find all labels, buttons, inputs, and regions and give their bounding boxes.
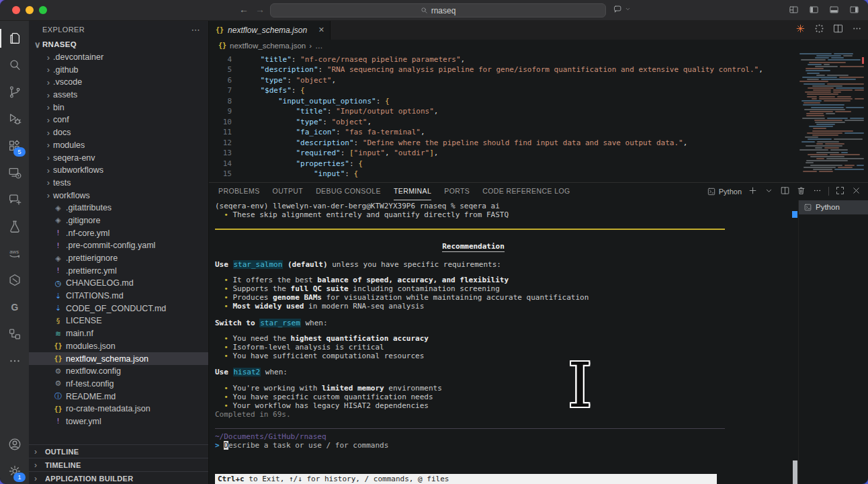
activity-accounts-icon[interactable] <box>0 431 29 458</box>
folder-row[interactable]: ›modules <box>29 139 208 152</box>
folder-row[interactable]: ›assets <box>29 89 208 102</box>
activity-project-manager-icon[interactable] <box>0 321 29 348</box>
terminal-list-item-python[interactable]: Python <box>799 200 868 214</box>
panel-tab-code-reference-log[interactable]: CODE REFERENCE LOG <box>482 182 570 200</box>
sidebar-section-application-builder[interactable]: ›APPLICATION BUILDER <box>29 471 208 484</box>
activity-live-share-icon[interactable] <box>0 186 29 213</box>
panel-tab-output[interactable]: OUTPUT <box>273 182 304 200</box>
code-editor[interactable]: 4"title": "nf-core/rnaseq pipeline param… <box>209 52 868 182</box>
activity-source-control-icon[interactable] <box>0 79 29 106</box>
terminal-line: • Supports the full QC suite including c… <box>215 284 792 293</box>
file-row[interactable]: !.prettierrc.yml <box>29 264 208 277</box>
split-editor-icon[interactable] <box>832 23 844 37</box>
line-number: 15 <box>209 169 243 179</box>
extension-dots-icon[interactable] <box>814 23 825 37</box>
file-row[interactable]: §LICENSE <box>29 315 208 327</box>
shell-selector[interactable]: Python <box>707 187 742 196</box>
activity-run-debug-icon[interactable] <box>0 106 29 132</box>
activity-extensions-icon[interactable]: 5 <box>0 132 29 159</box>
activity-testing-icon[interactable] <box>0 213 29 240</box>
tab-nextflow-schema[interactable]: {} nextflow_schema.json ✕ <box>209 21 331 40</box>
file-row[interactable]: ⇣CODE_OF_CONDUCT.md <box>29 302 208 315</box>
activity-settings-icon[interactable]: 1 <box>0 458 29 484</box>
folder-row[interactable]: ›docs <box>29 126 208 139</box>
activity-remote-explorer-icon[interactable] <box>0 159 29 186</box>
file-row[interactable]: !.nf-core.yml <box>29 227 208 239</box>
folder-row[interactable]: ›.github <box>29 63 208 76</box>
more-actions-icon[interactable] <box>812 186 822 197</box>
folder-row[interactable]: ›bin <box>29 101 208 114</box>
close-window-button[interactable] <box>12 6 20 14</box>
layout-panel-icon[interactable] <box>828 5 840 17</box>
breadcrumb[interactable]: {} nextflow_schema.json › … <box>209 40 868 52</box>
tree-root[interactable]: ∨RNASEQ <box>29 38 208 51</box>
activity-gitlens-icon[interactable]: G <box>0 294 29 321</box>
file-row[interactable]: ◈.gitattributes <box>29 202 208 214</box>
file-row[interactable]: ◈.gitignore <box>29 214 208 227</box>
terminal-scrollbar[interactable] <box>792 200 798 484</box>
minimap-line <box>797 128 864 129</box>
folder-row[interactable]: ›.devcontainer <box>29 51 208 64</box>
activity-aws-icon[interactable]: aws <box>0 240 29 267</box>
code-line: 13"required": ["input", "outdir"], <box>209 148 868 159</box>
line-number: 11 <box>209 127 243 138</box>
minimize-window-button[interactable] <box>26 6 34 14</box>
maximize-panel-icon[interactable] <box>835 186 845 197</box>
file-row[interactable]: ◷CHANGELOG.md <box>29 277 208 290</box>
global-search-input[interactable]: rnaseq <box>270 3 606 17</box>
sidebar-section-timeline[interactable]: ›TIMELINE <box>29 458 208 471</box>
terminal[interactable]: (seqera-env) llewelyn-van-der-berg@KTW2Y… <box>209 200 792 484</box>
file-row[interactable]: ⓘREADME.md <box>29 390 208 403</box>
layout-grid-icon[interactable] <box>788 5 799 17</box>
panel-tab-terminal[interactable]: TERMINAL <box>394 182 431 200</box>
split-terminal-icon[interactable] <box>780 186 790 197</box>
forward-icon[interactable]: → <box>255 4 265 15</box>
folder-row[interactable]: ›.vscode <box>29 76 208 89</box>
section-label: TIMELINE <box>45 461 81 469</box>
activity-explorer-icon[interactable] <box>0 25 29 52</box>
more-actions-icon[interactable] <box>851 23 863 37</box>
file-row[interactable]: ⚙nextflow.config <box>29 365 208 378</box>
layout-sidebar-left-icon[interactable] <box>808 5 820 17</box>
file-row[interactable]: {}modules.json <box>29 340 208 353</box>
run-task-icon[interactable] <box>795 23 806 37</box>
panel-tab-problems[interactable]: PROBLEMS <box>218 182 260 200</box>
code-line: 11"fa_icon": "fas fa-terminal", <box>209 127 868 138</box>
file-row[interactable]: !.pre-commit-config.yaml <box>29 239 208 252</box>
kill-terminal-icon[interactable] <box>796 186 806 197</box>
json-file-icon: {} <box>218 42 226 49</box>
explorer-more-icon[interactable]: ⋯ <box>191 25 200 35</box>
file-row[interactable]: !tower.yml <box>29 415 208 428</box>
folder-row[interactable]: ›conf <box>29 114 208 126</box>
new-terminal-icon[interactable] <box>748 186 758 197</box>
close-panel-icon[interactable] <box>851 186 861 197</box>
panel-tab-ports[interactable]: PORTS <box>444 182 470 200</box>
activity-search-icon[interactable] <box>0 52 29 79</box>
folder-row[interactable]: ›subworkflows <box>29 164 208 177</box>
back-icon[interactable]: ← <box>239 4 249 15</box>
minimap[interactable] <box>797 53 864 182</box>
activity-more-views-icon[interactable] <box>0 348 29 374</box>
layout-sidebar-right-icon[interactable] <box>849 5 860 17</box>
chat-menu-button[interactable] <box>613 4 631 14</box>
config-file-icon: ⚙ <box>53 367 63 376</box>
chevron-collapsed-icon: › <box>44 165 53 175</box>
item-label: CHANGELOG.md <box>66 278 134 288</box>
close-tab-icon[interactable]: ✕ <box>318 26 324 34</box>
file-row[interactable]: {}ro-crate-metadata.json <box>29 403 208 415</box>
folder-row[interactable]: ›tests <box>29 177 208 190</box>
file-row[interactable]: ⇣CITATIONS.md <box>29 290 208 302</box>
file-row[interactable]: {}nextflow_schema.json <box>29 352 208 365</box>
file-row[interactable]: ≋main.nf <box>29 327 208 340</box>
zoom-window-button[interactable] <box>39 6 47 14</box>
panel-tab-debug-console[interactable]: DEBUG CONSOLE <box>316 182 381 200</box>
folder-row[interactable]: ›seqera-env <box>29 151 208 164</box>
folder-row[interactable]: ›workflows <box>29 189 208 202</box>
terminal-dropdown-icon[interactable] <box>764 186 774 197</box>
activity-hexagon-extension-icon[interactable] <box>0 267 29 294</box>
scrollbar-thumb[interactable] <box>793 460 797 484</box>
file-row[interactable]: ◈.prettierignore <box>29 252 208 265</box>
sidebar-section-outline[interactable]: ›OUTLINE <box>29 444 208 458</box>
minimap-line <box>797 62 864 63</box>
file-row[interactable]: ⚙nf-test.config <box>29 378 208 391</box>
